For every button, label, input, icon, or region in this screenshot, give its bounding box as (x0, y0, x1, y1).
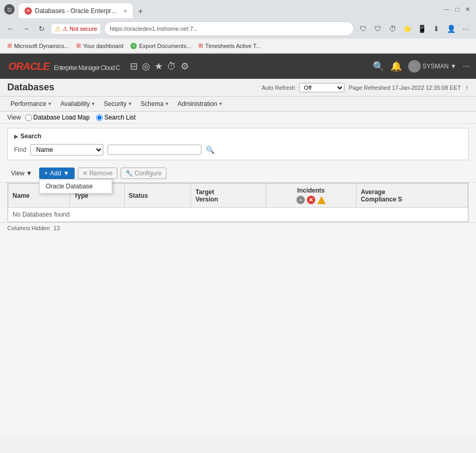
view-bar: View Database Load Map Search List (0, 112, 476, 124)
user-menu-button[interactable]: SYSMAN ▼ (408, 60, 457, 73)
view-database-load-map[interactable]: Database Load Map (25, 114, 90, 121)
find-input[interactable] (108, 145, 201, 155)
configure-icon: 🔧 (125, 170, 133, 177)
page-refreshed-text: Page Refreshed 17-Jan-2022 12:35:08 EET (349, 85, 461, 91)
user-avatar (408, 60, 421, 73)
search-header-button[interactable]: 🔍 (373, 61, 384, 72)
add-dropdown-menu: Oracle Database (39, 179, 112, 194)
targets-nav-button[interactable]: ⊟ (130, 61, 138, 72)
add-plus-icon: + (44, 170, 48, 177)
bookmark-your-dashboard[interactable]: ⊞ Your dashboard (73, 41, 126, 50)
configure-button[interactable]: 🔧 Configure (121, 168, 166, 179)
title-bar: ⊡ O Databases - Oracle Enterprise M... ×… (0, 0, 476, 19)
add-dropdown-container: + Add ▼ Oracle Database (39, 168, 75, 179)
administration-arrow: ▼ (218, 101, 223, 106)
refresh-button[interactable]: ↻ (35, 22, 48, 35)
search-box: ▶ Search Find Name Type Status 🔍 (7, 128, 469, 160)
view-label: View (7, 114, 21, 121)
active-tab[interactable]: O Databases - Oracle Enterprise M... × (18, 3, 134, 18)
menu-security[interactable]: Security ▼ (101, 99, 135, 109)
page-title: Databases (7, 82, 54, 93)
incident-minus-icon: − (296, 196, 305, 204)
toolbar: View ▼ + Add ▼ Oracle Database ✕ ✕ Remov… (0, 164, 476, 183)
add-button[interactable]: + Add ▼ (39, 168, 75, 179)
collections-button[interactable]: 📱 (415, 22, 428, 35)
header-nav: ⊟ ◎ ★ ⏱ ⚙ (130, 61, 189, 72)
incident-warning-icon: ! (317, 196, 326, 204)
security-warning: ⚠ ⚠ Not secure (51, 23, 101, 34)
bookmark-export-documents[interactable]: G Export Documents... (127, 42, 194, 50)
performance-arrow: ▼ (47, 101, 52, 106)
page-content: Databases Auto Refresh Off 15 seconds 30… (0, 79, 476, 436)
browser-actions: 🛡 🛡 ⏱ ⭐ 📱 ⬇ 👤 ··· (357, 22, 472, 35)
extensions-button[interactable]: 🛡 (357, 22, 370, 35)
tab-close-button[interactable]: × (124, 8, 127, 14)
schema-arrow: ▼ (164, 101, 169, 106)
th-average-compliance: AverageCompliance S (356, 184, 468, 208)
page-footer: Columns Hidden 13 (0, 222, 476, 233)
favorites-nav-button[interactable]: ★ (154, 61, 163, 72)
timer-button[interactable]: ⏱ (386, 22, 399, 35)
history-nav-button[interactable]: ⏱ (167, 61, 176, 72)
view-toolbar-button[interactable]: View ▼ (7, 168, 36, 179)
th-target-version: TargetVersion (191, 184, 266, 208)
maximize-button[interactable]: □ (453, 5, 461, 14)
tab-favicon: O (25, 7, 32, 15)
menu-schema[interactable]: Schema ▼ (137, 99, 172, 109)
window-controls: ─ □ ✕ (443, 5, 472, 14)
incident-error-icon: ✕ (307, 196, 315, 204)
menu-availability[interactable]: Availability ▼ (57, 99, 99, 109)
auto-refresh-select[interactable]: Off 15 seconds 30 seconds 1 minute (299, 83, 344, 92)
view-radio-group: Database Load Map Search List (25, 114, 136, 121)
favorites-button[interactable]: ⭐ (401, 22, 413, 35)
add-oracle-database-item[interactable]: Oracle Database (40, 180, 112, 193)
page-header: Databases Auto Refresh Off 15 seconds 30… (0, 79, 476, 97)
settings-nav-button[interactable]: ⚙ (181, 61, 189, 72)
url-bar[interactable]: https://oracledev1.mshome.net:7... (104, 21, 354, 36)
new-tab-button[interactable]: + (134, 5, 147, 18)
search-row: Find Name Type Status 🔍 (14, 144, 462, 156)
back-button[interactable]: ← (4, 22, 17, 35)
profile-button[interactable]: 👤 (445, 22, 457, 35)
remove-icon: ✕ (82, 170, 88, 177)
security-arrow: ▼ (127, 101, 132, 106)
find-select[interactable]: Name Type Status (30, 144, 103, 156)
bookmarks-bar: ⊞ Microsoft Dynamics... ⊞ Your dashboard… (0, 39, 476, 53)
availability-arrow: ▼ (91, 101, 96, 106)
th-status: Status (124, 184, 191, 208)
minimize-button[interactable]: ─ (443, 5, 451, 14)
more-button[interactable]: ··· (459, 22, 472, 35)
search-execute-button[interactable]: 🔍 (206, 146, 215, 154)
no-data-row: No Databases found (8, 208, 468, 222)
browser-icon: ⊡ (4, 4, 15, 15)
bookmark-microsoft-dynamics[interactable]: ⊞ Microsoft Dynamics... (4, 41, 72, 50)
menu-performance[interactable]: Performance ▼ (7, 99, 55, 109)
table-body: No Databases found (8, 208, 468, 222)
notifications-button[interactable]: 🔔 (390, 61, 402, 72)
download-button[interactable]: ⬇ (430, 22, 443, 35)
address-bar: ← → ↻ ⚠ ⚠ Not secure https://oracledev1.… (0, 19, 476, 39)
app-content: ORACLE Enterprise Manager Cloud C ⊟ ◎ ★ … (0, 54, 476, 436)
columns-hidden-label: Columns Hidden (7, 225, 50, 231)
forward-button[interactable]: → (20, 22, 32, 35)
header-right: 🔍 🔔 SYSMAN ▼ ··· (373, 60, 470, 73)
find-label: Find (14, 146, 26, 153)
search-title: ▶ Search (14, 133, 462, 140)
oracle-logo: ORACLE Enterprise Manager Cloud C (6, 61, 120, 73)
more-header-button[interactable]: ··· (463, 62, 470, 71)
th-incidents: Incidents − ✕ ! (266, 184, 356, 208)
no-data-message: No Databases found (8, 208, 468, 222)
view-search-list[interactable]: Search List (96, 114, 136, 121)
menu-administration[interactable]: Administration ▼ (174, 99, 226, 109)
shield-button[interactable]: 🛡 (372, 22, 384, 35)
incident-icons-header: − ✕ ! (270, 196, 352, 204)
monitoring-nav-button[interactable]: ◎ (142, 61, 150, 72)
oracle-header: ORACLE Enterprise Manager Cloud C ⊟ ◎ ★ … (0, 54, 476, 79)
menu-bar: Performance ▼ Availability ▼ Security ▼ … (0, 97, 476, 112)
bookmark-timesheets[interactable]: ⊞ Timesheets Active T... (195, 41, 264, 50)
tab-title: Databases - Oracle Enterprise M... (35, 7, 118, 15)
page-header-right: Auto Refresh Off 15 seconds 30 seconds 1… (261, 83, 469, 92)
close-button[interactable]: ✕ (463, 5, 472, 14)
refresh-page-button[interactable]: ↑ (465, 84, 469, 92)
remove-button[interactable]: ✕ ✕ Remove Remove (78, 168, 117, 179)
